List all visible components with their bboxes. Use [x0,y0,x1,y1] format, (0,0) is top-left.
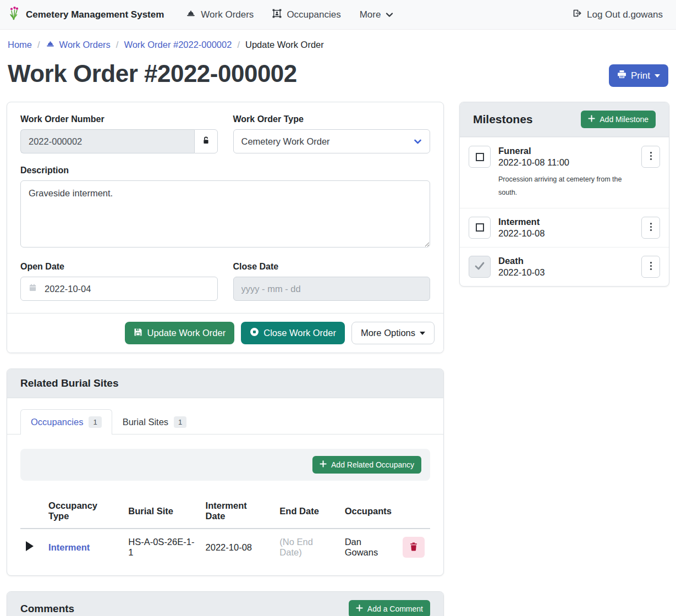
logout-icon [572,9,582,20]
related-tabs: Occupancies 1 Burial Sites 1 [7,398,443,435]
add-related-occupancy-label: Add Related Occupancy [331,460,414,469]
milestone-title: Interment [498,217,634,227]
expand-column-header [20,494,43,529]
title-row: Work Order #2022-000002 Print [0,58,676,102]
caret-down-icon [655,74,660,78]
description-textarea[interactable]: Graveside interment. [20,180,430,248]
interment-date-cell: 2022-10-08 [200,529,274,565]
close-work-order-label: Close Work Order [263,328,336,338]
breadcrumb-separator: / [116,40,119,50]
add-milestone-button[interactable]: Add Milestone [581,111,656,128]
comments-title: Comments [20,603,74,615]
close-date-input [233,277,431,301]
milestone-item: Interment 2022-10-08 [460,208,669,247]
col-occupants: Occupants [339,494,397,529]
nav-work-orders[interactable]: Work Orders [178,4,261,25]
breadcrumb-separator: / [37,40,40,50]
tab-occupancies[interactable]: Occupancies 1 [20,409,112,435]
work-order-type-value: Cemetery Work Order [241,136,330,147]
work-order-type-select[interactable]: Cemetery Work Order [233,129,431,153]
print-button[interactable]: Print [609,64,668,87]
update-work-order-label: Update Work Order [147,328,226,338]
lock-addon [194,129,217,153]
work-order-number-input [20,129,194,153]
add-comment-button[interactable]: Add a Comment [349,600,430,616]
occupants-cell: Dan Gowans [339,529,397,565]
app-title: Cemetery Management System [26,9,164,20]
work-order-type-label: Work Order Type [233,114,431,124]
save-icon [134,328,142,339]
kebab-icon [650,261,652,272]
expand-row-icon[interactable] [26,541,34,551]
col-occupancy-type: Occupancy Type [43,494,123,529]
tab-burial-sites-label: Burial Sites [123,417,168,427]
open-date-field[interactable] [20,277,218,301]
occupancies-table: Occupancy Type Burial Site Interment Dat… [20,494,430,565]
related-burial-sites-card: Related Burial Sites Occupancies 1 Buria… [7,369,444,576]
logout-button[interactable]: Log Out d.gowans [567,4,668,25]
tab-burial-sites-count: 1 [174,416,186,428]
milestone-menu-button[interactable] [641,256,660,278]
nav-work-orders-label: Work Orders [201,9,254,20]
add-related-occupancy-button[interactable]: Add Related Occupancy [312,456,421,474]
plus-icon [356,604,363,613]
hard-hat-icon [46,40,55,50]
add-milestone-label: Add Milestone [600,115,648,124]
milestone-date: 2022-10-08 [498,228,634,239]
nav-more[interactable]: More [352,5,402,25]
delete-occupancy-button[interactable] [403,537,425,558]
checkmark-icon [475,262,485,272]
breadcrumb-work-orders-label: Work Orders [59,40,111,50]
comments-card: Comments Add a Comment Commentor Comment… [7,591,444,616]
milestone-checkbox-funeral[interactable] [469,146,491,168]
breadcrumb: Home / Work Orders / Work Order #2022-00… [0,30,676,58]
actions-column-header [397,494,430,529]
breadcrumb-work-order-number[interactable]: Work Order #2022-000002 [124,40,232,50]
print-label: Print [631,70,650,81]
lock-icon [202,136,210,147]
close-work-order-button[interactable]: Close Work Order [241,322,345,344]
tab-occupancies-count: 1 [89,416,101,428]
checkbox-unchecked-icon [476,153,484,161]
occupancy-type-link[interactable]: Interment [48,542,90,552]
nav-occupancies[interactable]: Occupancies [265,4,348,25]
kebab-icon [650,151,652,162]
milestone-date: 2022-10-03 [498,267,634,278]
calendar-icon [29,283,37,294]
milestone-menu-button[interactable] [641,146,660,168]
milestones-title: Milestones [473,113,533,126]
primary-nav: Work Orders Occupancies More [178,4,401,25]
milestone-item: Funeral 2022-10-08 11:00 Procession arri… [460,137,669,208]
milestone-title: Funeral [498,146,634,156]
open-date-input[interactable] [45,284,210,294]
stop-circle-icon [250,327,259,339]
related-burial-sites-title: Related Burial Sites [20,377,118,389]
milestone-checkbox-death[interactable] [469,256,491,278]
occupancy-frame-icon [272,9,282,21]
nav-more-label: More [360,9,381,20]
tab-burial-sites[interactable]: Burial Sites 1 [112,409,197,435]
description-label: Description [20,166,430,175]
nav-occupancies-label: Occupancies [287,9,340,20]
occupancy-row: Interment HS-A-0S-26E-1-1 2022-10-08 (No… [20,529,430,565]
top-navbar: Cemetery Management System Work Orders [0,0,676,30]
more-options-label: More Options [361,328,415,338]
work-order-form-card: Work Order Number [7,102,444,353]
more-options-button[interactable]: More Options [351,322,435,344]
breadcrumb-work-orders[interactable]: Work Orders [46,40,111,50]
plus-icon [588,115,595,124]
milestone-menu-button[interactable] [641,217,660,239]
logout-label: Log Out d.gowans [587,9,663,20]
app-brand[interactable]: Cemetery Management System [8,6,164,24]
milestone-checkbox-interment[interactable] [469,217,491,239]
burial-site-cell: HS-A-0S-26E-1-1 [123,529,200,565]
col-end-date: End Date [274,494,339,529]
caret-down-icon [420,332,425,335]
plus-icon [320,460,327,469]
col-interment-date: Interment Date [200,494,274,529]
update-work-order-button[interactable]: Update Work Order [125,322,234,344]
tab-occupancies-label: Occupancies [31,417,83,427]
add-comment-label: Add a Comment [367,604,423,613]
breadcrumb-current: Update Work Order [245,40,324,50]
breadcrumb-home[interactable]: Home [8,40,32,50]
